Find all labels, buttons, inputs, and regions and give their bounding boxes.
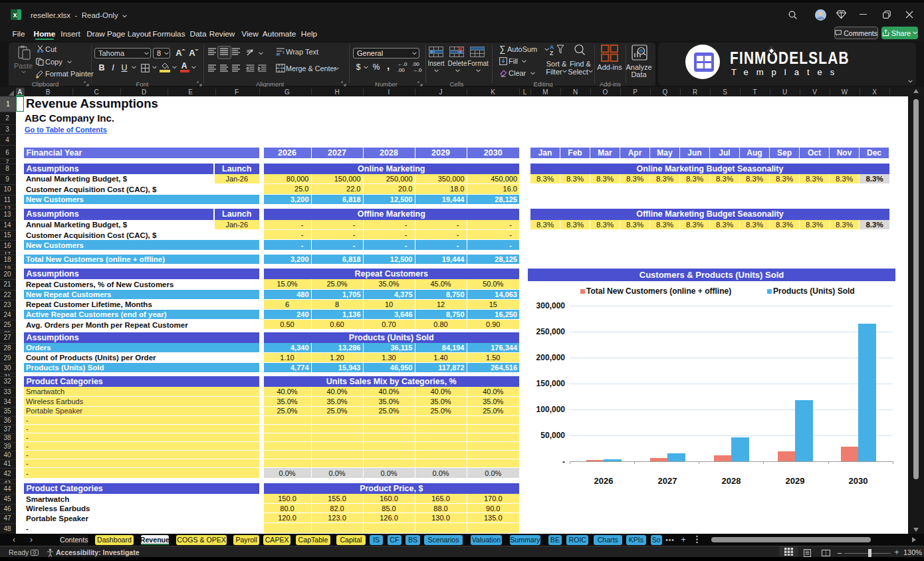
- svg-text:Z: Z: [550, 50, 553, 56]
- svg-text:ab: ab: [247, 49, 252, 53]
- svg-text:ab: ab: [276, 53, 281, 56]
